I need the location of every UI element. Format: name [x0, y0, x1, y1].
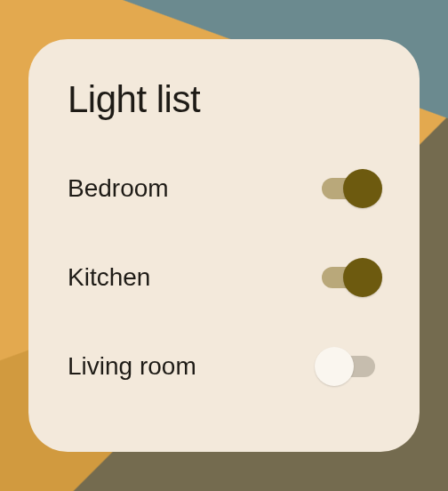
- light-row-bedroom: Bedroom: [68, 164, 380, 213]
- light-list-card: Light list Bedroom Kitchen Living room: [28, 39, 420, 452]
- switch-thumb: [343, 169, 382, 208]
- light-row-kitchen: Kitchen: [68, 253, 380, 302]
- light-toggle-living-room[interactable]: [316, 350, 380, 382]
- light-label: Kitchen: [68, 263, 150, 292]
- light-label: Living room: [68, 352, 196, 381]
- light-label: Bedroom: [68, 174, 169, 203]
- switch-thumb: [343, 258, 382, 297]
- light-row-living-room: Living room: [68, 342, 380, 391]
- switch-thumb: [315, 347, 354, 386]
- light-toggle-kitchen[interactable]: [316, 262, 380, 294]
- light-toggle-bedroom[interactable]: [316, 173, 380, 205]
- card-title: Light list: [68, 78, 380, 121]
